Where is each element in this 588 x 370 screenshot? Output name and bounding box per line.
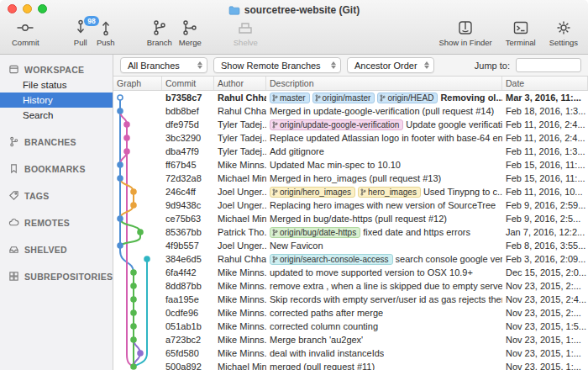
- branch-icon: [272, 121, 278, 129]
- commit-date: Feb 15, 2016, 11:...: [502, 160, 588, 170]
- commit-date: Feb 11, 2016, 1:3...: [502, 146, 588, 156]
- branch-icon: [272, 256, 278, 263]
- table-row[interactable]: 051ab1bMike Minns...corrected column cou…: [113, 320, 588, 333]
- remotes-icon: [8, 217, 19, 228]
- show-in-finder-button[interactable]: Show in Finder: [438, 18, 491, 47]
- commit-message: Skip records with empty server/user id a…: [270, 294, 502, 304]
- branch-button[interactable]: Branch: [147, 18, 172, 47]
- commit-sha: ff67b45: [162, 160, 214, 170]
- table-row[interactable]: bdb8befRahul Chhab...Merged in update-go…: [113, 104, 588, 118]
- commit-sha: 9d9438c: [162, 200, 214, 210]
- jump-to-input[interactable]: [516, 58, 581, 72]
- table-row[interactable]: 500a892Michael Min...merged (pull reques…: [113, 360, 588, 370]
- commit-description: merged (pull request #11): [266, 362, 502, 370]
- toolbar-label: Show in Finder: [438, 38, 491, 47]
- table-row[interactable]: 6fa4f42Mike Minns...updated to move supp…: [113, 266, 588, 279]
- table-row[interactable]: ce75b63Michael Min...Merged in bug/date-…: [113, 212, 588, 225]
- commit-message: Replacing hero images with new version o…: [270, 200, 496, 210]
- merge-button[interactable]: Merge: [179, 18, 202, 47]
- commit-author: Michael Min...: [214, 173, 266, 183]
- commit-description: Replacing hero images with new version o…: [266, 200, 502, 210]
- sidebar-section-shelved[interactable]: SHELVED: [0, 241, 113, 257]
- table-row[interactable]: 4f9b557Joel Unger...New FaviconFeb 8, 20…: [113, 239, 588, 252]
- commit-sha: 85367bb: [162, 227, 214, 237]
- jump-to-label: Jump to:: [475, 61, 510, 71]
- branch-badge-label: origin/master: [323, 93, 371, 103]
- title-area: sourcetree-website (Git): [228, 1, 360, 16]
- table-row[interactable]: ff67b45Mike Minns...Updated Mac min-spec…: [113, 158, 588, 172]
- sidebar-section-branches[interactable]: BRANCHES: [0, 134, 113, 150]
- branch-badge-label: origin/bug/date-https: [280, 228, 356, 237]
- toolbar-label: Commit: [12, 38, 39, 47]
- tags-icon: [8, 190, 19, 201]
- table-row[interactable]: 8dd87bbMike Minns...remove extra , when …: [113, 279, 588, 293]
- settings-button[interactable]: Settings: [549, 18, 578, 47]
- sort-order-select[interactable]: Ancestor Order: [347, 57, 434, 73]
- table-row[interactable]: faa195eMike Minns...Skip records with em…: [113, 293, 588, 306]
- sidebar-item-file-status[interactable]: File status: [0, 77, 113, 92]
- branch-badge: origin/search-console-access: [270, 254, 393, 265]
- commit-table: b7358c7Rahul Chha...masterorigin/mastero…: [113, 91, 588, 370]
- column-header-commit[interactable]: Commit: [162, 77, 214, 90]
- table-row[interactable]: 3bc3290Tyler Tadej...Replace updated Atl…: [113, 131, 588, 145]
- sidebar-item-history[interactable]: History: [0, 92, 113, 108]
- window-chrome: sourcetree-website (Git) Commit98PullPus…: [0, 0, 588, 55]
- column-header-author[interactable]: Author: [214, 77, 266, 90]
- push-button[interactable]: Push: [97, 18, 115, 47]
- table-row[interactable]: 72d32a8Michael Min...Merged in hero_imag…: [113, 172, 588, 185]
- table-row[interactable]: 9d9438cJoel Unger...Replacing hero image…: [113, 198, 588, 212]
- sidebar-section-remotes[interactable]: REMOTES: [0, 214, 113, 230]
- table-row[interactable]: a723bc2Mike Minns...Merge branch 'au2gex…: [113, 333, 588, 346]
- commit-date: Feb 3, 2016, 2:09...: [502, 254, 588, 264]
- column-header-description[interactable]: Description: [266, 77, 502, 90]
- branch-badge: origin/master: [312, 92, 375, 103]
- pull-button[interactable]: 98Pull: [71, 18, 90, 47]
- remote-branches-select[interactable]: Show Remote Branches: [213, 57, 341, 73]
- table-row[interactable]: 384e6d5Rahul Chhab...origin/search-conso…: [113, 252, 588, 266]
- commit-sha: b7358c7: [162, 92, 214, 103]
- commit-sha: 65fd580: [162, 348, 214, 358]
- shelve-button: Shelve: [234, 18, 258, 47]
- branch-badge-label: origin/HEAD: [387, 93, 433, 103]
- sidebar-section-workspace[interactable]: WORKSPACE: [0, 61, 113, 77]
- branch-icon: [360, 188, 366, 196]
- branch-badge: origin/update-google-verification: [270, 119, 403, 130]
- table-row[interactable]: dba47f9Tyler Tadej...Add gitignoreFeb 11…: [113, 145, 588, 158]
- commit-message: updated to move supported version to OSX…: [270, 267, 473, 278]
- commit-message: Merged in bug/date-https (pull request #…: [270, 214, 447, 224]
- table-row[interactable]: 65fd580Mike Minns...deal with invalid in…: [113, 346, 588, 360]
- commit-button[interactable]: Commit: [12, 18, 39, 47]
- commit-description: New Favicon: [266, 240, 502, 251]
- sidebar-section-subrepositories[interactable]: SUBREPOSITORIES: [0, 268, 113, 284]
- window-title: sourcetree-website (Git): [244, 4, 360, 16]
- sourcetree-window: sourcetree-website (Git) Commit98PullPus…: [0, 0, 588, 370]
- sidebar-section-tags[interactable]: TAGS: [0, 188, 113, 204]
- commit-date: Feb 11, 2016, 10...: [502, 187, 588, 197]
- minimize-window-button[interactable]: [23, 4, 32, 13]
- commit-message: Merge branch 'au2gex': [270, 335, 363, 345]
- commit-date: Feb 9, 2016, 2:59...: [502, 200, 588, 210]
- table-row[interactable]: b7358c7Rahul Chha...masterorigin/mastero…: [113, 91, 588, 104]
- sidebar-item-search[interactable]: Search: [0, 108, 113, 123]
- table-row[interactable]: 246c4ffJoel Unger...origin/hero_imageshe…: [113, 185, 588, 198]
- commit-date: Nov 23, 2015, 2:...: [502, 281, 588, 291]
- titlebar: sourcetree-website (Git): [0, 0, 588, 17]
- table-row[interactable]: 85367bbPatrick Tho...origin/bug/date-htt…: [113, 225, 588, 239]
- commit-date: Nov 23, 2015, 1:5...: [502, 321, 588, 331]
- commit-date: Feb 11, 2016, 2:4...: [502, 119, 588, 130]
- commit-message: Replace updated Atlassian logo in footer…: [270, 133, 502, 143]
- commit-description: corrected paths after merge: [266, 308, 502, 318]
- close-window-button[interactable]: [8, 4, 17, 13]
- terminal-button[interactable]: Terminal: [506, 18, 536, 47]
- zoom-window-button[interactable]: [38, 4, 47, 13]
- column-header-graph[interactable]: Graph: [113, 77, 162, 90]
- sort-order-value: Ancestor Order: [354, 61, 417, 71]
- commit-description: corrected column counting: [266, 321, 502, 331]
- chevron-updown-icon: [331, 61, 336, 69]
- branch-badge-label: origin/update-google-verification: [280, 120, 399, 130]
- sidebar-section-bookmarks[interactable]: BOOKMARKS: [0, 161, 113, 177]
- column-header-date[interactable]: Date: [502, 77, 588, 90]
- table-row[interactable]: 0cdfe96Mike Minns...corrected paths afte…: [113, 306, 588, 320]
- branch-filter-select[interactable]: All Branches: [120, 57, 207, 73]
- table-row[interactable]: dfe975dTyler Tadej...origin/update-googl…: [113, 118, 588, 131]
